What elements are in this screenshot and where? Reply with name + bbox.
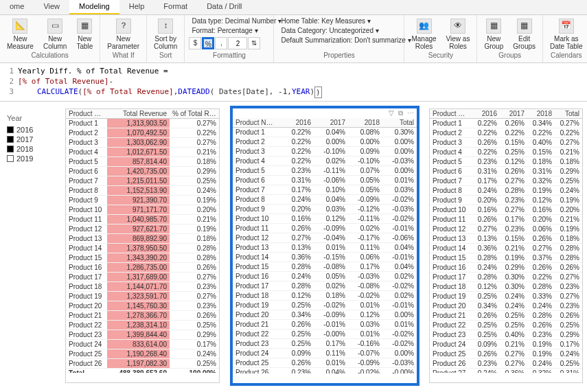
table-row[interactable]: Product 80.24%0.04%-0.09%-0.02% <box>233 195 417 205</box>
table-row[interactable]: Product 150.28%-0.08%0.17%0.04% <box>233 262 417 272</box>
table-row[interactable]: Product 220.25%-0.00%0.01%-0.02% <box>233 330 417 339</box>
table-row[interactable]: Product 160.24%0.29%0.26%0.26% <box>430 263 582 273</box>
year-slicer[interactable]: Year 2016201720182019 <box>7 114 48 163</box>
table-row[interactable]: Product 61,420,735.000.29% <box>66 167 219 176</box>
table-row[interactable]: Product 270.24%0.36%0.32%0.31% <box>430 369 582 373</box>
currency-button[interactable]: $ <box>189 37 201 49</box>
new-parameter-button[interactable]: ？New Parameter <box>104 17 142 51</box>
table-row[interactable]: Product 100.16%0.27%0.16%0.20% <box>430 205 582 215</box>
table-row[interactable]: Product 71,215,011.500.25% <box>66 176 219 186</box>
table-row[interactable]: Product 171,317,689.000.27% <box>66 273 219 282</box>
manage-roles-button[interactable]: 👥Manage Roles <box>408 17 439 51</box>
new-column-button[interactable]: ▭New Column <box>41 17 69 51</box>
table-row[interactable]: Product 12927,621.700.19% <box>66 224 219 234</box>
table-row[interactable]: Product 110.26%0.17%0.20%0.21% <box>430 215 582 224</box>
table-row[interactable]: Product 5857,814.400.18% <box>66 157 219 167</box>
table-row[interactable]: Product 161,286,735.000.26% <box>66 263 219 273</box>
focus-icon[interactable]: ⧉ <box>398 109 403 117</box>
table-row[interactable]: Product 211,278,366.700.26% <box>66 311 219 321</box>
table-row[interactable]: Product 70.17%0.27%0.32%0.25% <box>430 176 582 186</box>
mark-date-table-button[interactable]: 📅Mark as Date Table <box>547 17 586 51</box>
table-row[interactable]: Product 181,144,071.700.23% <box>66 282 219 292</box>
table-row[interactable]: Product 150.28%0.19%0.37%0.28% <box>430 253 582 263</box>
tab-datadrill[interactable]: Data / Drill <box>197 0 251 14</box>
table-row[interactable]: Product 11,313,903.500.27% <box>66 119 219 128</box>
table-row[interactable]: Product 31,303,062.900.27% <box>66 138 219 148</box>
tab-help[interactable]: Help <box>119 0 154 14</box>
new-group-button[interactable]: ▦New Group <box>481 17 506 51</box>
table-row[interactable]: Product 180.12%0.18%-0.02%0.02% <box>233 291 417 301</box>
decimals-input[interactable] <box>228 37 247 49</box>
filter-icon[interactable]: ▽ <box>389 109 394 117</box>
table-row[interactable]: Product 190.25%-0.02%0.01%-0.01% <box>233 301 417 310</box>
table-row[interactable]: Product 70.17%0.10%0.05%0.03% <box>233 185 417 195</box>
table-row[interactable]: Product 50.23%0.12%0.18%0.18% <box>430 157 582 167</box>
slicer-item[interactable]: 2017 <box>7 135 48 144</box>
table-row[interactable]: Product 251,190,268.400.24% <box>66 349 219 359</box>
table-row[interactable]: Product 9921,390.700.19% <box>66 196 219 205</box>
table-row[interactable]: Product 140.36%-0.15%0.06%-0.01% <box>233 253 417 262</box>
table-row[interactable]: Product 20.22%0.22%0.22%0.22% <box>430 128 582 138</box>
table-row[interactable]: Product 170.28%0.30%0.22%0.27% <box>430 273 582 282</box>
tab-home[interactable]: ome <box>0 0 34 14</box>
table-row[interactable]: Product 191,323,591.700.27% <box>66 292 219 301</box>
slicer-item[interactable]: 2016 <box>7 125 48 135</box>
table-row[interactable]: Product 111,040,985.700.21% <box>66 215 219 224</box>
table-row[interactable]: Product 230.25%0.17%-0.16%-0.02% <box>233 339 417 349</box>
table-row[interactable]: Product 120.27%-0.04%-0.17%-0.06% <box>233 233 417 243</box>
table-row[interactable]: Product 240.09%0.21%0.19%0.17% <box>430 340 582 349</box>
table-row[interactable]: Product 90.20%0.03%-0.12%-0.03% <box>233 205 417 214</box>
table-row[interactable]: Product 10.22%0.04%0.08%0.30% <box>233 128 417 137</box>
table-row[interactable]: Product 13869,892.900.18% <box>66 234 219 244</box>
table-row[interactable]: Product 100.16%0.12%-0.11%-0.02% <box>233 214 417 224</box>
tab-view[interactable]: View <box>34 0 69 14</box>
pct-matrix-visual[interactable]: Product Name201620172018Total Product 10… <box>429 108 583 383</box>
table-row[interactable]: Product 231,399,844.400.29% <box>66 330 219 340</box>
table-row[interactable]: Product 10.22%0.26%0.34%0.27% <box>430 119 582 128</box>
table-row[interactable]: Product 20.22%0.00%0.00%0.00% <box>233 137 417 147</box>
table-row[interactable]: Product 140.36%0.21%0.27%0.28% <box>430 244 582 253</box>
table-row[interactable]: Product 151,343,390.200.28% <box>66 253 219 263</box>
table-row[interactable]: Product 120.27%0.23%0.06%0.19% <box>430 224 582 234</box>
table-row[interactable]: Product 110.26%-0.09%0.02%-0.01% <box>233 224 417 233</box>
table-row[interactable]: Product 30.22%-0.10%0.09%0.00% <box>233 147 417 157</box>
datatype-dropdown[interactable]: Data type: Decimal Number ▾ <box>189 16 284 25</box>
slicer-item[interactable]: 2018 <box>7 144 48 154</box>
table-row[interactable]: Product 40.22%0.25%0.15%0.21% <box>430 148 582 157</box>
table-row[interactable]: Product 250.26%0.01%-0.09%-0.03% <box>233 358 417 368</box>
table-row[interactable]: Product 80.24%0.28%0.19%0.24% <box>430 186 582 196</box>
table-row[interactable]: Product 220.25%0.25%0.26%0.25% <box>430 321 582 330</box>
tab-format[interactable]: Format <box>154 0 197 14</box>
table-row[interactable]: Product 24833,614.000.17% <box>66 340 219 349</box>
percent-button[interactable]: % <box>202 37 214 49</box>
format-dropdown[interactable]: Format: Percentage ▾ <box>189 26 260 35</box>
table-row[interactable]: Product 250.26%0.27%0.19%0.24% <box>430 349 582 359</box>
table-row[interactable]: Product 201,145,760.300.23% <box>66 301 219 311</box>
table-row[interactable]: Product 180.12%0.30%0.28%0.23% <box>430 282 582 292</box>
table-row[interactable]: Product 190.25%0.24%0.33%0.27% <box>430 292 582 301</box>
hometable-dropdown[interactable]: Home Table: Key Measures ▾ <box>278 16 373 25</box>
table-row[interactable]: Product 221,238,314.100.25% <box>66 321 219 330</box>
report-canvas[interactable]: Year 2016201720182019 Product NameTotal … <box>0 102 587 390</box>
table-row[interactable]: Product 141,378,950.500.28% <box>66 244 219 253</box>
new-table-button[interactable]: ▦New Table <box>73 17 95 51</box>
table-row[interactable]: Product 170.28%0.02%-0.08%-0.02% <box>233 281 417 291</box>
table-row[interactable]: Product 130.13%0.01%0.11%0.04% <box>233 243 417 253</box>
table-row[interactable]: Product 260.23%0.27%0.24%0.25% <box>430 359 582 369</box>
view-as-roles-button[interactable]: 👁View as Roles <box>444 17 473 51</box>
table-row[interactable]: Product 261,197,082.300.25% <box>66 359 219 369</box>
table-row[interactable]: Product 160.24%0.05%-0.03%0.02% <box>233 272 417 281</box>
revenue-table-visual[interactable]: Product NameTotal Revenue% of Total Reve… <box>65 108 220 383</box>
table-row[interactable]: Product 60.31%-0.06%0.05%0.01% <box>233 176 417 185</box>
table-row[interactable]: Product 10971,171.700.20% <box>66 205 219 215</box>
formula-bar[interactable]: 1Yearly Diff. % of Total Revenue = 2[% o… <box>0 63 587 102</box>
table-row[interactable]: Product 200.34%-0.09%0.12%0.00% <box>233 310 417 320</box>
summarization-dropdown[interactable]: Default Summarization: Don't summarize ▾ <box>278 36 413 45</box>
table-row[interactable]: Product 21,070,492.500.22% <box>66 128 219 138</box>
table-row[interactable]: Product 200.34%0.24%0.24%0.23% <box>430 301 582 311</box>
table-row[interactable]: Product 130.13%0.15%0.26%0.18% <box>430 234 582 244</box>
table-row[interactable]: Product 90.20%0.23%0.12%0.19% <box>430 196 582 205</box>
thousands-button[interactable]: , <box>215 37 227 49</box>
edit-groups-button[interactable]: ▦Edit Groups <box>510 17 538 51</box>
table-row[interactable]: Product 230.25%0.40%0.23%0.29% <box>430 330 582 340</box>
